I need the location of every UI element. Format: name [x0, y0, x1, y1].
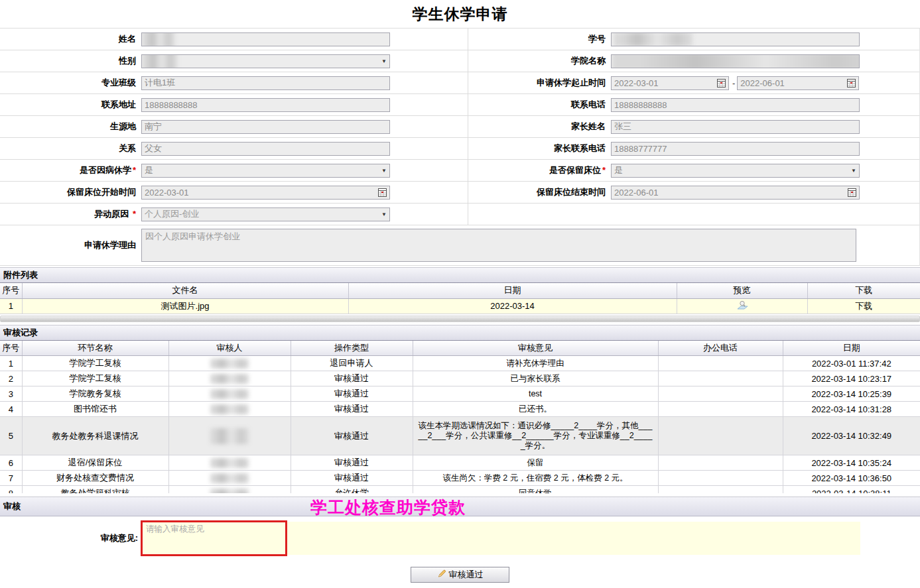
sick-leave-label: 是否因病休学 [80, 165, 131, 175]
keep-bed-label: 是否保留床位 [549, 165, 601, 175]
origin-label: 生源地 [0, 121, 139, 133]
change-reason-label: 异动原因 [94, 209, 129, 219]
sick-leave-select[interactable]: 是▼ [141, 164, 390, 178]
leave-reason-textarea[interactable]: 因个人原因申请休学创业 [141, 229, 856, 262]
review-records-table-viewport[interactable]: 序号 环节名称 审核人 操作类型 审核意见 办公电话 日期 1 学院学工复核 退… [0, 341, 920, 493]
review-opinion-textarea[interactable] [141, 520, 287, 556]
annotation-text: 学工处核查助学贷款 [310, 497, 466, 517]
chevron-down-icon: ▼ [379, 211, 387, 217]
gender-select[interactable]: ▼ [141, 54, 390, 68]
preview-magnifier-icon[interactable] [736, 302, 749, 312]
name-input[interactable] [141, 32, 390, 46]
pencil-icon [437, 569, 446, 580]
review-row: 7 财务处核查交费情况 审核通过 该生尚欠：学费 2 元，住宿费 2 元，体检费… [0, 471, 920, 486]
relationship-label: 关系 [0, 143, 139, 154]
attachment-date: 2022-03-14 [348, 298, 677, 314]
calendar-icon[interactable] [848, 188, 856, 197]
approve-button-label: 审核通过 [449, 569, 484, 581]
chevron-down-icon: ▼ [848, 168, 856, 174]
review-col-opinion: 审核意见 [413, 341, 658, 356]
parent-name-input[interactable]: 张三 [611, 120, 860, 134]
review-row: 5 教务处教务科退课情况 审核通过 该生本学期选课情况如下：通识必修_____2… [0, 417, 920, 455]
review-records-section-header: 审核记录 [0, 325, 920, 341]
parent-phone-label: 家长联系电话 [468, 143, 609, 154]
contact-phone-label: 联系电话 [468, 99, 609, 111]
attach-col-index: 序号 [0, 283, 22, 298]
chevron-down-icon: ▼ [379, 58, 387, 64]
attach-col-preview: 预览 [677, 283, 807, 298]
bed-end-date-input[interactable]: 2022-06-01 [611, 186, 860, 200]
review-section-header: 审核 学工处核查助学贷款 [0, 497, 920, 516]
redacted-reviewer [210, 359, 249, 369]
contact-address-input[interactable]: 18888888888 [141, 98, 390, 112]
leave-period-label: 申请休学起止时间 [468, 77, 609, 89]
review-records-table: 序号 环节名称 审核人 操作类型 审核意见 办公电话 日期 1 学院学工复核 退… [0, 341, 920, 493]
leave-end-date-input[interactable]: 2022-06-01 [737, 76, 859, 90]
leave-reason-label: 申请休学理由 [0, 239, 139, 251]
origin-input[interactable]: 南宁 [141, 120, 390, 134]
parent-phone-input[interactable]: 18888777777 [611, 142, 860, 156]
redacted-reviewer [210, 489, 249, 493]
redacted-reviewer [210, 473, 249, 483]
form-row: 保留床位开始时间 2022-03-01 保留床位结束时间 2022-06-01 [0, 182, 919, 204]
redacted-reviewer [210, 458, 249, 468]
review-opinion-label: 审核意见: [0, 532, 141, 544]
form-row: 申请休学理由 因个人原因申请休学创业 [0, 225, 919, 266]
application-form: 姓名 学号 性别 ▼ 学院名称 专业班级 计电1班 [0, 28, 920, 266]
redacted-reviewer [210, 404, 249, 414]
attachment-download-link[interactable]: 下载 [807, 298, 920, 314]
redacted-reviewer [210, 428, 249, 444]
review-opinion-cell [141, 522, 860, 555]
title-bar: 学生休学申请 [0, 0, 920, 28]
review-section-title: 审核 [3, 501, 21, 511]
form-row: 姓名 学号 [0, 29, 919, 50]
attach-col-date: 日期 [348, 283, 677, 298]
calendar-icon[interactable] [717, 79, 726, 88]
required-asterisk: * [131, 165, 136, 175]
attachments-section-header: 附件列表 [0, 267, 920, 283]
relationship-input[interactable]: 父女 [141, 142, 390, 156]
student-id-input[interactable] [611, 32, 860, 46]
review-opinion-row: 审核意见: [0, 516, 920, 559]
bed-end-label: 保留床位结束时间 [468, 186, 609, 198]
form-row: 专业班级 计电1班 申请休学起止时间 2022-03-01 - 2022-06-… [0, 72, 919, 94]
chevron-down-icon: ▼ [379, 168, 387, 174]
leave-start-date-input[interactable]: 2022-03-01 [611, 76, 729, 90]
form-row: 是否因病休学* 是▼ 是否保留床位* 是▼ [0, 160, 919, 182]
attach-col-filename: 文件名 [22, 283, 348, 298]
review-col-index: 序号 [0, 341, 22, 356]
approve-button[interactable]: 审核通过 [411, 567, 509, 583]
redacted-reviewer [210, 389, 249, 399]
redacted-student-id-value [614, 32, 692, 46]
actions-row: 审核通过 [0, 567, 920, 583]
review-col-step: 环节名称 [22, 341, 168, 356]
form-row: 性别 ▼ 学院名称 [0, 50, 919, 72]
review-row: 4 图书馆还书 审核通过 已还书。 2022-03-14 10:31:28 [0, 402, 920, 417]
bed-start-date-input[interactable]: 2022-03-01 [141, 186, 390, 200]
major-class-label: 专业班级 [0, 77, 139, 89]
change-reason-select[interactable]: 个人原因-创业▼ [141, 207, 390, 221]
calendar-icon[interactable] [847, 79, 856, 88]
form-row: 异动原因 * 个人原因-创业▼ [0, 204, 919, 225]
review-col-date: 日期 [783, 341, 920, 356]
redacted-gender-value [143, 54, 177, 68]
redacted-reviewer [210, 374, 249, 384]
page-title: 学生休学申请 [413, 4, 508, 25]
major-class-input[interactable]: 计电1班 [141, 76, 390, 90]
form-row: 关系 父女 家长联系电话 18888777777 [0, 138, 919, 160]
calendar-icon[interactable] [378, 188, 387, 197]
review-col-reviewer: 审核人 [168, 341, 291, 356]
college-input[interactable] [611, 54, 860, 68]
attach-col-download: 下载 [807, 283, 920, 298]
form-row: 生源地 南宁 家长姓名 张三 [0, 116, 919, 138]
form-row: 联系地址 18888888888 联系电话 18888888888 [0, 94, 919, 116]
contact-phone-input[interactable]: 18888888888 [611, 98, 860, 112]
attachments-table: 序号 文件名 日期 预览 下载 1 测试图片.jpg 2022-03-14 下载 [0, 283, 920, 314]
review-row: 3 学院教务复核 审核通过 test 2022-03-14 10:25:39 [0, 386, 920, 402]
redacted-college-value [612, 54, 860, 68]
required-asterisk: * [131, 209, 136, 219]
student-leave-application-page: 学生休学申请 姓名 学号 性别 ▼ 学院名称 专业班级 [0, 0, 920, 588]
keep-bed-select[interactable]: 是▼ [611, 164, 860, 178]
name-label: 姓名 [0, 33, 139, 45]
bed-start-label: 保留床位开始时间 [0, 186, 139, 198]
